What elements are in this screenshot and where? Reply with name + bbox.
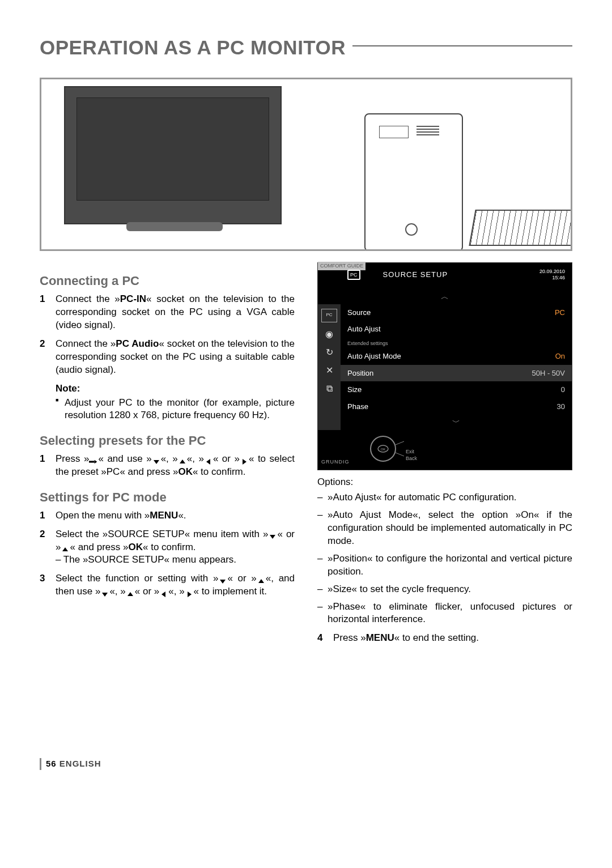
page-footer: 56 ENGLISH [40,758,572,769]
right-column: COMFORT GUIDE PC SOURCE SETUP 20.09.2010… [317,262,572,645]
svg-marker-4 [206,459,210,465]
page-title: OPERATION AS A PC MONITOR [40,34,572,61]
option-autoajust: »Auto Ajust« for automatic PC configurat… [317,491,572,504]
svg-text:OK: OK [381,448,386,451]
osd-exit-label: Exit [406,448,414,455]
osd-row-mode: Auto Ajust Mode On [341,348,572,365]
osd-header: PC SOURCE SETUP 20.09.2010 15:46 [318,263,572,289]
step-select-preset: Press »« and use »«, »«, »« or »« to sel… [40,453,295,479]
down-icon [218,576,227,582]
settings-steps: Open the menu with »MENU«. Select the »S… [40,509,295,599]
left-icon [159,589,168,595]
option-position: »Position« to configure the horizontal a… [317,552,572,578]
osd-footer: OK Exit Back GRUNDIG [318,430,572,470]
source-icon [89,456,98,463]
step-connect-pc-in: Connect the »PC-IN« socket on the televi… [40,293,295,332]
svg-marker-12 [162,592,165,597]
up-icon [257,576,266,582]
note-label: Note: [56,382,295,395]
page-title-text: OPERATION AS A PC MONITOR [40,34,346,61]
step-connect-pc-audio: Connect the »PC Audio« socket on the tel… [40,338,295,377]
pc-tower-illustration [364,113,463,251]
connecting-steps: Connect the »PC-IN« socket on the televi… [40,293,295,377]
presets-steps: Press »« and use »«, »«, »« or »« to sel… [40,453,295,479]
svg-marker-1 [95,459,97,463]
svg-line-17 [396,441,404,445]
step2-substep: – The »SOURCE SETUP« menu appears. [56,554,295,567]
right-icon [185,589,194,595]
osd-title: SOURCE SETUP [383,270,448,280]
down-icon [268,531,277,538]
osd-row-phase: Phase 30 [341,398,572,415]
osd-screenshot: COMFORT GUIDE PC SOURCE SETUP 20.09.2010… [317,262,572,470]
chevron-up-icon: ︿ [318,289,572,304]
refresh-icon: ↻ [323,346,335,359]
step-select-source-setup: Select the »SOURCE SETUP« menu item with… [40,528,295,567]
osd-extended-label: Extended settings [341,338,572,348]
osd-rows: Source PC Auto Ajust Extended settings A… [341,304,572,430]
note-body: Adjust your PC to the monitor (for examp… [40,397,295,423]
svg-marker-13 [188,592,192,597]
svg-marker-11 [128,592,133,596]
pc-side-icon: PC [321,309,337,322]
up-icon [126,589,135,595]
step-end-setting: Press »MENU« to end the setting. [317,632,572,645]
heading-presets: Selecting presets for the PC [40,432,295,449]
connection-diagram [40,78,572,251]
svg-marker-6 [270,535,275,539]
svg-line-18 [396,453,404,456]
chevron-down-icon: ﹀ [341,415,572,430]
left-column: Connecting a PC Connect the »PC-IN« sock… [40,262,295,645]
osd-brand: GRUNDIG [321,458,350,465]
option-phase: »Phase« to eliminate flicker, unfocused … [317,601,572,627]
svg-marker-8 [220,580,226,584]
osd-row-source: Source PC [341,304,572,321]
osd-datetime: 20.09.2010 15:46 [539,269,565,281]
osd-back-label: Back [406,455,417,462]
down-icon [152,456,161,463]
right-icon [240,456,249,463]
page-language: ENGLISH [60,759,101,768]
left-icon [204,456,213,463]
osd-sidebar: PC ◉ ↻ ✕ ⧉ [318,304,341,430]
svg-marker-7 [62,547,68,551]
osd-row-autoajust: Auto Ajust [341,321,572,338]
eye-icon: ◉ [323,328,335,341]
svg-marker-9 [258,579,264,583]
tools-icon: ✕ [323,364,335,377]
svg-rect-0 [89,461,95,462]
down-icon [100,589,109,595]
nav-pad-icon: OK [369,435,437,463]
heading-connecting: Connecting a PC [40,273,295,290]
tv-stand-illustration [126,222,223,231]
osd-row-size: Size 0 [341,381,572,398]
svg-marker-10 [102,593,108,597]
svg-marker-3 [180,459,185,463]
keyboard-illustration [469,210,572,246]
pc-icon: PC [347,270,360,280]
options-list: »Auto Ajust« for automatic PC configurat… [317,491,572,626]
page-number: 56 [46,759,57,768]
options-label: Options: [317,476,572,489]
title-rule [352,45,572,46]
up-icon [61,544,70,551]
step-select-function: Select the function or setting with »« o… [40,572,295,598]
svg-marker-2 [154,460,159,464]
heading-settings: Settings for PC mode [40,489,295,506]
tv-illustration [64,86,282,224]
svg-marker-5 [243,459,246,465]
screen-icon: ⧉ [323,382,335,395]
osd-row-position: Position 50H - 50V [341,365,572,382]
option-size: »Size« to set the cycle frequency. [317,583,572,596]
option-autoajust-mode: »Auto Ajust Mode«, select the option »On… [317,509,572,548]
step-open-menu: Open the menu with »MENU«. [40,509,295,522]
up-icon [178,456,187,463]
